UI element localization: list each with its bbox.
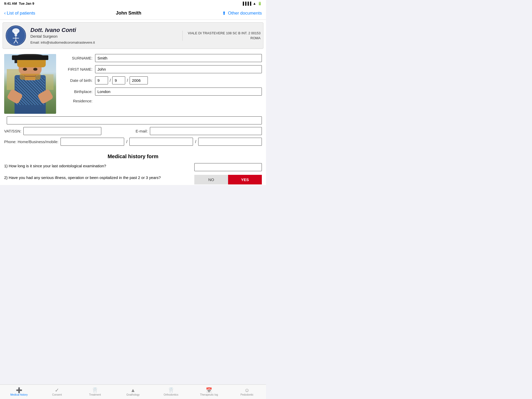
no-button[interactable]: NO [194,175,228,184]
doctor-email: Email: info@studiomedicoromatrastevere.i… [30,41,182,44]
firstname-label: FIRST NAME: [61,67,92,71]
residence-row: Residence: [61,99,262,103]
letterhead: Dott. Ivano Conti Dental Surgeon Email: … [3,22,263,49]
surname-row: SURNAME: [61,54,262,62]
patient-photo [4,54,56,114]
dob-year-input[interactable] [130,76,148,84]
main-content: Dott. Ivano Conti Dental Surgeon Email: … [0,20,266,185]
form-title: Medical history form [4,154,262,159]
phone-mobile-input[interactable] [198,138,262,146]
dob-day-input[interactable] [95,76,108,84]
dob-label: Date of birth: [61,78,92,83]
residence-input[interactable] [7,116,262,124]
phone-row: Phone: Home/Business/mobile: / / [4,138,262,146]
doctor-title: Dental Surgeon [30,34,182,38]
birthplace-label: Birthplace: [61,89,92,94]
status-icons: ▐▐▐▐ ▲ 🔋 [242,2,262,5]
signal-icon: ▐▐▐▐ [242,2,251,5]
letterhead-address: VIALE DI TRASTEVERE 108 SC B INT. 2 0015… [182,31,261,41]
question-2-row: 2) Have you had any serious illness, ope… [4,175,262,184]
question-2-answer: NO YES [194,175,262,184]
birthplace-row: Birthplace: [61,88,262,96]
yes-button[interactable]: YES [228,175,262,184]
chevron-left-icon: ‹ [4,10,6,16]
dob-fields: / / [95,76,148,84]
dob-sep-1: / [110,78,111,83]
vat-col: VAT/SSN: [4,127,130,135]
phone-sep-1: / [126,139,127,144]
fields-section: VAT/SSN: E-mail: Phone: Home/Business/mo… [0,116,266,151]
question-1-answer [194,163,262,171]
letterhead-info: Dott. Ivano Conti Dental Surgeon Email: … [30,27,182,44]
dob-sep-2: / [127,78,128,83]
surname-input[interactable] [95,54,262,62]
status-time: 9:41 AM Tue Jan 9 [4,2,34,5]
dob-row: Date of birth: / / [61,76,262,84]
firstname-row: FIRST NAME: [61,65,262,73]
email-label: E-mail: [136,129,148,133]
battery-icon: 🔋 [258,2,262,5]
email-input[interactable] [150,127,262,135]
question-1-text: 1) How long is it since your last odonto… [4,163,192,169]
birthplace-input[interactable] [95,88,262,96]
surname-label: SURNAME: [61,56,92,60]
patient-section: SURNAME: FIRST NAME: Date of birth: / / [0,51,266,116]
residence-label: Residence: [61,99,92,103]
other-documents-button[interactable]: ⬆ Other documents [222,10,262,16]
vat-email-row: VAT/SSN: E-mail: [4,127,262,135]
question-1-input[interactable] [194,163,262,171]
residence-input-row [4,116,262,124]
phone-label: Phone: Home/Business/mobile: [4,139,58,144]
doctor-name: Dott. Ivano Conti [30,27,182,34]
email-col: E-mail: [136,127,262,135]
firstname-input[interactable] [95,65,262,73]
other-documents-label[interactable]: Other documents [228,11,262,16]
vat-label: VAT/SSN: [4,129,21,133]
phone-sep-2: / [195,139,196,144]
back-label[interactable]: List of patients [7,11,35,16]
vat-input[interactable] [23,127,101,135]
logo [5,25,26,46]
back-button[interactable]: ‹ List of patients [4,10,35,16]
status-bar: 9:41 AM Tue Jan 9 ▐▐▐▐ ▲ 🔋 [0,0,266,7]
question-1-row: 1) How long is it since your last odonto… [4,163,262,171]
svg-point-3 [15,34,17,36]
wifi-icon: ▲ [253,2,256,5]
nav-bar: ‹ List of patients John Smith ⬆ Other do… [0,7,266,20]
dob-month-input[interactable] [112,76,125,84]
page-title: John Smith [116,10,141,16]
patient-fields: SURNAME: FIRST NAME: Date of birth: / / [61,54,262,114]
phone-business-input[interactable] [129,138,193,146]
medical-history-section: Medical history form 1) How long is it s… [0,151,266,185]
share-icon: ⬆ [222,10,226,16]
phone-home-input[interactable] [61,138,124,146]
question-2-text: 2) Have you had any serious illness, ope… [4,175,192,180]
